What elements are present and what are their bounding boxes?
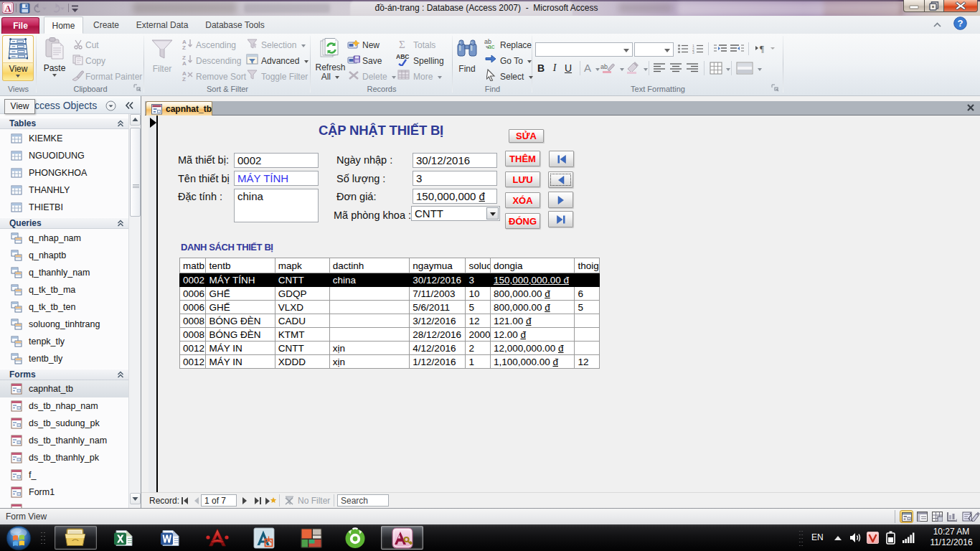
svg-text:?: ?	[958, 18, 963, 29]
svg-text:Z: Z	[182, 44, 186, 50]
svg-text:¶: ¶	[760, 43, 764, 54]
svg-text:A: A	[182, 60, 187, 65]
svg-text:ac: ac	[488, 43, 495, 50]
svg-text:ABC: ABC	[396, 53, 409, 60]
svg-text:3: 3	[692, 50, 694, 54]
svg-text:Z: Z	[182, 76, 186, 81]
svg-text:Σ: Σ	[399, 39, 405, 50]
svg-text:ab: ab	[600, 63, 608, 70]
svg-text:A: A	[5, 4, 11, 14]
